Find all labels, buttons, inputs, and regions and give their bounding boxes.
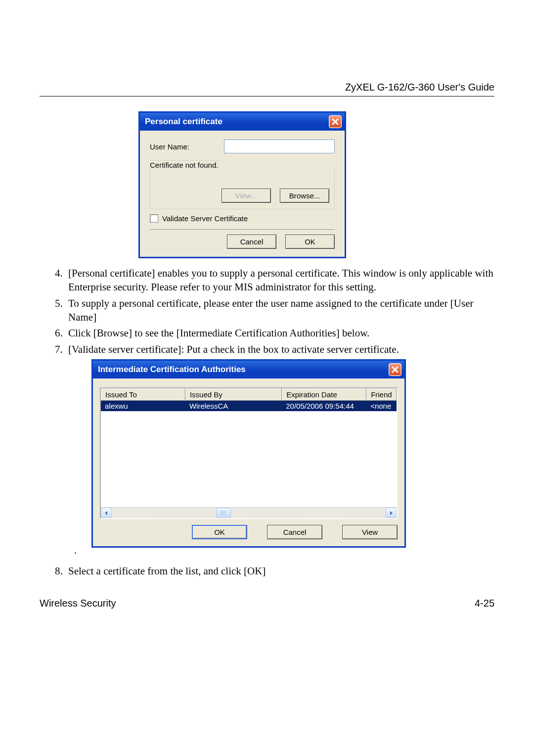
browse-button[interactable]: Browse... [280,189,329,203]
list-item: Click [Browse] to see the [Intermediate … [65,326,494,340]
dialog-title: Intermediate Certification Authorities [98,365,246,375]
scroll-right-icon[interactable] [386,508,397,518]
col-issued-to[interactable]: Issued To [101,388,185,401]
scroll-left-icon[interactable] [101,508,112,518]
dialog-titlebar: Personal certificate [140,113,345,131]
cell-issued-to: alexwu [101,401,185,411]
cell-friendly: <none [366,401,397,411]
listview-header: Issued To Issued By Expiration Date Frie… [101,388,397,401]
horizontal-scrollbar[interactable] [101,507,397,518]
table-row[interactable]: alexwu WirelessCA 20/05/2006 09:54:44 <n… [101,401,397,411]
dialog-body: User Name: Certificate not found. View..… [140,131,345,257]
scroll-track[interactable] [112,508,386,518]
separator [150,229,335,230]
dialog-buttons: OK Cancel View [100,525,398,539]
dialog-buttons: Cancel OK [150,235,335,249]
col-expiration[interactable]: Expiration Date [282,388,366,401]
scroll-thumb[interactable] [216,508,231,518]
instructions-list-2: Select a certificate from the list, and … [40,564,494,578]
ok-button[interactable]: OK [285,235,335,249]
certificate-groupbox: Certificate not found. View... Browse... [150,165,335,209]
page-footer: Wireless Security 4-25 [40,598,494,609]
personal-certificate-dialog: Personal certificate User Name: Certific… [138,111,346,258]
groupbox-buttons: View... Browse... [155,189,329,203]
validate-label: Validate Server Certificate [162,214,248,223]
groupbox-caption: Certificate not found. [150,160,220,169]
list-item: To supply a personal certificate, please… [65,296,494,325]
view-button[interactable]: View [342,525,398,539]
validate-row: Validate Server Certificate [150,214,335,223]
col-issued-by[interactable]: Issued By [185,388,282,401]
cancel-button[interactable]: Cancel [227,235,276,249]
cell-expiration: 20/05/2006 09:54:44 [282,401,366,411]
cell-issued-by: WirelessCA [185,401,282,411]
user-name-input[interactable] [224,140,335,153]
close-icon[interactable] [329,115,342,128]
col-friendly[interactable]: Friend [366,388,397,401]
ok-button[interactable]: OK [192,525,247,539]
footer-left: Wireless Security [40,598,116,609]
header-rule [40,96,494,96]
page-header: ZyXEL G-162/G-360 User's Guide [40,82,494,93]
close-icon[interactable] [389,363,401,376]
cancel-button[interactable]: Cancel [267,525,322,539]
dialog-titlebar: Intermediate Certification Authorities [93,361,404,378]
period: . [74,545,494,556]
list-item: [Personal certificate] enables you to su… [65,266,494,294]
certificate-listview[interactable]: Issued To Issued By Expiration Date Frie… [100,387,398,519]
dialog-title: Personal certificate [145,117,222,127]
page: ZyXEL G-162/G-360 User's Guide Personal … [0,0,534,639]
list-item: Select a certificate from the list, and … [65,564,494,578]
instructions-list: [Personal certificate] enables you to su… [40,266,494,356]
view-button: View... [222,189,271,203]
user-name-label: User Name: [150,142,224,151]
footer-right: 4-25 [475,598,494,609]
dialog-body: Issued To Issued By Expiration Date Frie… [93,378,404,546]
validate-checkbox[interactable] [150,214,158,223]
intermediate-ca-dialog: Intermediate Certification Authorities I… [91,359,406,548]
listview-body: alexwu WirelessCA 20/05/2006 09:54:44 <n… [101,401,397,507]
user-name-row: User Name: [150,140,335,153]
list-item: [Validate server certificate]: Put a che… [65,342,494,356]
